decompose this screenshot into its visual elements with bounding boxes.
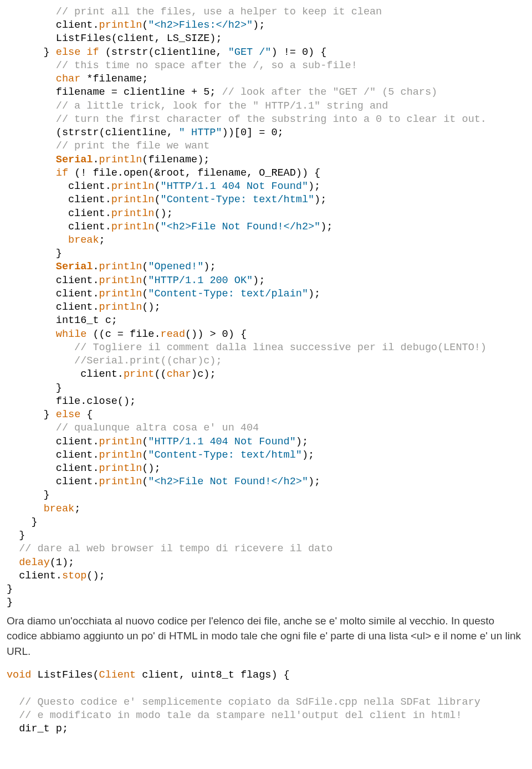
code-line: } [7, 489, 50, 501]
code-line: client.println("<h2>Files:</h2>"); [7, 19, 265, 31]
code-line: while ((c = file.read()) > 0) { [7, 329, 247, 340]
code-line: client.print((char)c); [7, 368, 216, 380]
code-line: } [7, 516, 38, 528]
code-line: dir_t p; [7, 723, 68, 735]
code-line: Serial.println("Opened!"); [7, 261, 216, 273]
code-line: // this time no space after the /, so a … [7, 60, 357, 71]
code-line: //Serial.print((char)c); [7, 355, 222, 367]
code-block-2: void ListFiles(Client client, uint8_t fl… [7, 669, 525, 736]
code-line: // Togliere il comment dalla linea succe… [7, 342, 487, 353]
code-line: // qualunque altra cosa e' un 404 [7, 422, 259, 434]
code-line: client.println("HTTP/1.1 404 Not Found")… [7, 436, 308, 448]
code-line: client.println(); [7, 208, 173, 219]
code-line: client.println("HTTP/1.1 404 Not Found")… [7, 181, 320, 192]
code-line: } else if (strstr(clientline, "GET /") !… [7, 47, 326, 58]
code-block-1: // print all the files, use a helper to … [7, 6, 525, 610]
paragraph: Ora diamo un'occhiata al nuovo codice pe… [7, 613, 525, 659]
code-line: client.println("Content-Type: text/html"… [7, 449, 314, 461]
code-line: client.stop(); [7, 570, 105, 582]
code-line: filename = clientline + 5; // look after… [7, 86, 437, 98]
code-line: } [7, 248, 62, 259]
code-line: char *filename; [7, 73, 148, 85]
code-line: // a little trick, look for the " HTTP/1… [7, 100, 388, 112]
code-line: file.close(); [7, 396, 136, 407]
code-line: } [7, 583, 13, 595]
code-line: } [7, 530, 25, 541]
code-line [7, 683, 13, 694]
code-line: client.println("HTTP/1.1 200 OK"); [7, 275, 265, 286]
code-line: // print the file we want [7, 140, 209, 152]
code-line: client.println("Content-Type: text/html"… [7, 194, 326, 206]
code-line: client.println("Content-Type: text/plain… [7, 288, 320, 300]
code-line: // dare al web browser il tempo di ricev… [7, 543, 332, 555]
code-line: Serial.println(filename); [7, 154, 209, 166]
code-line: client.println("<h2>File Not Found!</h2>… [7, 221, 332, 233]
code-line: ListFiles(client, LS_SIZE); [7, 33, 222, 44]
code-line: client.println("<h2>File Not Found!</h2>… [7, 476, 320, 488]
code-line: client.println(); [7, 463, 161, 474]
code-line: // e modificato in modo tale da stampare… [7, 710, 462, 721]
code-line: client.println(); [7, 301, 161, 313]
code-line: void ListFiles(Client client, uint8_t fl… [7, 669, 290, 681]
code-line: // print all the files, use a helper to … [7, 6, 382, 18]
code-line: } [7, 382, 62, 394]
code-line: // turn the first character of the subst… [7, 114, 487, 125]
code-line: break; [7, 503, 80, 515]
code-line: (strstr(clientline, " HTTP"))[0] = 0; [7, 127, 284, 139]
code-line: int16_t c; [7, 315, 117, 326]
code-line: } [7, 597, 13, 608]
code-line: } else { [7, 409, 93, 421]
code-line: break; [7, 234, 105, 246]
code-line: delay(1); [7, 557, 74, 568]
code-line: // Questo codice e' semplicemente copiat… [7, 696, 480, 708]
code-line: if (! file.open(&root, filename, O_READ)… [7, 167, 320, 179]
